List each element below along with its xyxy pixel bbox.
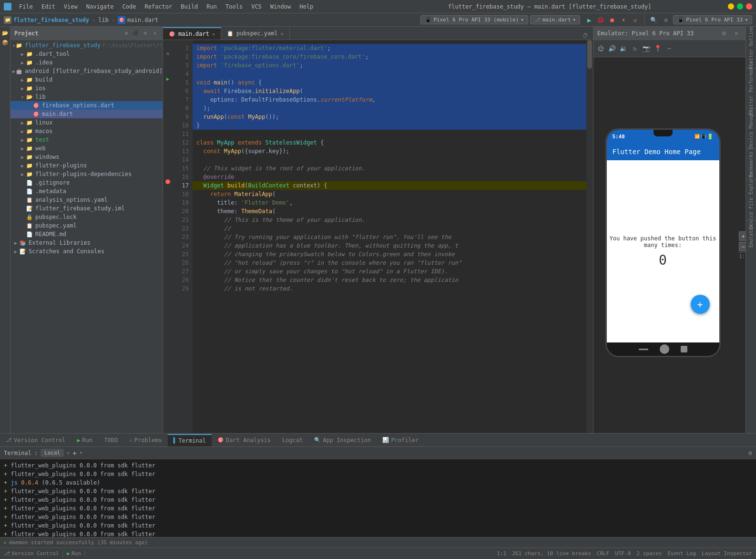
device-manager-strip[interactable]: Device Manager: [748, 110, 754, 148]
tree-item-idea[interactable]: ▶ 📁 .idea: [10, 58, 163, 67]
tab-pubspec-yaml[interactable]: 📋 pubspec.yaml ✕: [221, 27, 290, 40]
lib-breadcrumb[interactable]: lib: [98, 17, 109, 23]
tab-app-inspection[interactable]: 🔍 App Inspection: [308, 434, 377, 446]
terminal-add-tab[interactable]: +: [72, 449, 76, 457]
tree-item-main-dart[interactable]: 🎯 main.dart: [10, 110, 163, 118]
tab-profiler[interactable]: 📊 Profiler: [377, 434, 424, 446]
emulator-settings-icon[interactable]: ⚙: [719, 28, 729, 39]
search-everywhere-button[interactable]: 🔍: [648, 15, 659, 25]
volume-down-icon[interactable]: 🔉: [618, 43, 629, 54]
tree-item-test[interactable]: ▶ 📁 test: [10, 135, 163, 144]
tree-item-firebase-options[interactable]: 🎯 firebase_options.dart: [10, 101, 163, 110]
tree-item-pubspec-lock[interactable]: 🔒 pubspec.lock: [10, 213, 163, 221]
rotate-icon[interactable]: ↻: [630, 43, 640, 54]
flutter-performance-strip[interactable]: Flutter Performance: [748, 69, 754, 107]
menu-build[interactable]: Build: [177, 2, 202, 11]
run-button[interactable]: ▶: [584, 15, 594, 25]
panel-collapse-icon[interactable]: ⬛: [132, 30, 140, 37]
emulator-strip[interactable]: Emulator: [748, 222, 754, 250]
minimize-button[interactable]: [728, 3, 734, 10]
breakpoint-marker[interactable]: [165, 179, 170, 184]
tree-item-flutter-plugins-deps[interactable]: ▶ 📁 flutter-plugins-dependencies: [10, 170, 163, 178]
terminal-tab-close[interactable]: ✕: [67, 450, 70, 455]
tree-item-readme[interactable]: 📄 README.md: [10, 230, 163, 238]
hot-reload-button[interactable]: ⚡: [618, 15, 629, 25]
menu-code[interactable]: Code: [119, 2, 140, 11]
project-tool-icon[interactable]: 📂: [1, 29, 10, 37]
run-status[interactable]: ▶ Run: [67, 550, 81, 557]
tree-item-linux[interactable]: ▶ 📁 linux: [10, 118, 163, 127]
power-icon[interactable]: ⏻: [595, 43, 606, 54]
menu-edit[interactable]: Edit: [38, 2, 59, 11]
nav-home-btn[interactable]: [660, 344, 669, 354]
menu-window[interactable]: Window: [266, 2, 295, 11]
indent-indicator[interactable]: 2 spaces: [636, 550, 662, 557]
panel-close-icon[interactable]: ✕: [151, 30, 159, 37]
stop-button[interactable]: ■: [607, 15, 617, 25]
run-config-selector[interactable]: 📱 Pixel 6 Pro API 33 ▾: [673, 15, 752, 24]
menu-run[interactable]: Run: [203, 2, 221, 11]
fab-button[interactable]: +: [691, 295, 710, 314]
vcs-status[interactable]: ⎇ Version Control: [4, 550, 59, 557]
event-log-link[interactable]: Event Log: [667, 550, 696, 557]
tab-main-dart[interactable]: 🎯 main.dart ✕: [163, 27, 221, 40]
resource-manager-icon[interactable]: 📦: [1, 38, 10, 47]
recent-files-icon[interactable]: ⏱: [582, 32, 589, 40]
maximize-button[interactable]: [737, 3, 743, 10]
screenshot-icon[interactable]: 📷: [641, 43, 652, 54]
tree-item-android[interactable]: ▶ 🤖 android [flutter_firebase_study_andr…: [10, 67, 163, 75]
tab-pubspec-yaml-close[interactable]: ✕: [281, 31, 284, 36]
tree-item-ios[interactable]: ▶ 📁 ios: [10, 84, 163, 93]
location-icon[interactable]: 📍: [653, 43, 663, 54]
code-content[interactable]: import 'package:flutter/material.dart'; …: [193, 40, 586, 433]
tree-item-iml[interactable]: 📝 flutter_firebase_study.iml: [10, 204, 163, 213]
tab-version-control[interactable]: ⎇ Version Control: [0, 434, 71, 446]
panel-settings-icon[interactable]: ⚙: [123, 30, 130, 37]
tab-terminal[interactable]: ▌ Terminal: [168, 434, 212, 446]
branch-selector[interactable]: ⎇ main.dart ▾: [530, 15, 580, 24]
nav-back-btn[interactable]: [639, 349, 648, 350]
tab-problems[interactable]: ⚠ Problems: [123, 434, 167, 446]
tree-item-web[interactable]: ▶ 📁 web: [10, 144, 163, 153]
tree-item-dart-tool[interactable]: ▶ 📁 .dart_tool: [10, 50, 163, 58]
file-breadcrumb[interactable]: main.dart: [127, 17, 158, 23]
tree-item-pubspec-yaml[interactable]: 📋 pubspec.yaml: [10, 221, 163, 230]
volume-up-icon[interactable]: 🔊: [607, 43, 617, 54]
tree-item-metadata[interactable]: 📄 .metadata: [10, 187, 163, 196]
tree-item-macos[interactable]: ▶ 📁 macos: [10, 127, 163, 135]
hot-restart-button[interactable]: ↺: [630, 15, 640, 25]
device-selector[interactable]: 📱 Pixel 6 Pro API 33 (mobile) ▾: [420, 15, 528, 24]
tree-item-gitignore[interactable]: 📄 .gitignore: [10, 178, 163, 187]
layout-inspector-link[interactable]: Layout Inspector: [702, 550, 752, 557]
tree-item-flutter-plugins[interactable]: ▶ 📁 flutter-plugins: [10, 161, 163, 170]
zoom-in-btn[interactable]: +: [739, 231, 746, 241]
panel-sort-icon[interactable]: ≡: [142, 30, 149, 37]
tab-run[interactable]: ▶ Run: [71, 434, 98, 446]
chars-indicator[interactable]: 261 chars, 10 line breaks: [512, 550, 591, 557]
terminal-settings-icon[interactable]: ⚙: [748, 449, 752, 456]
emulator-close-icon[interactable]: ✕: [731, 28, 742, 39]
tab-logcat[interactable]: Logcat: [276, 434, 308, 446]
crlf-indicator[interactable]: CRLF: [597, 550, 610, 557]
terminal-local-tab[interactable]: Local: [41, 449, 64, 457]
nav-recent-btn[interactable]: [681, 346, 687, 352]
tree-item-lib[interactable]: ▾ 📂 lib: [10, 93, 163, 101]
zoom-out-btn[interactable]: −: [739, 242, 746, 251]
tree-item-analysis-options[interactable]: 📋 analysis_options.yaml: [10, 196, 163, 204]
tab-dart-analysis[interactable]: 🎯 Dart Analysis: [212, 434, 276, 446]
close-button[interactable]: [746, 3, 752, 10]
tree-item-scratches[interactable]: ▶ 📝 Scratches and Consoles: [10, 247, 163, 256]
menu-view[interactable]: View: [60, 2, 82, 11]
tree-item-windows[interactable]: ▶ 📁 windows: [10, 153, 163, 161]
debug-button[interactable]: 🐞: [595, 15, 606, 25]
tree-item-build[interactable]: ▶ 📁 build: [10, 75, 163, 84]
scrollbar-thumb[interactable]: [587, 40, 592, 69]
settings-button[interactable]: ⚙: [661, 15, 671, 25]
tree-root[interactable]: ▾ 📁 flutter_firebase_study F:\Study\Flut…: [10, 41, 163, 50]
terminal-dropdown-arrow[interactable]: ▾: [80, 450, 83, 456]
menu-file[interactable]: File: [15, 2, 37, 11]
more-icon[interactable]: ⋯: [664, 43, 674, 54]
encoding-indicator[interactable]: UTF-8: [615, 550, 631, 557]
editor-scrollbar[interactable]: [586, 40, 593, 433]
project-name[interactable]: flutter_firebase_study: [13, 17, 89, 23]
